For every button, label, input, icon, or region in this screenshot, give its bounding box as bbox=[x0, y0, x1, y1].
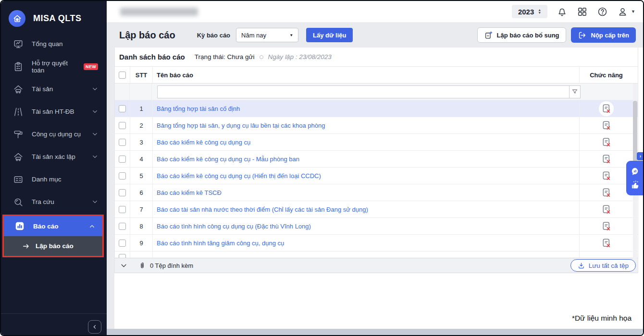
remove-report-icon[interactable] bbox=[601, 170, 612, 181]
remove-report-icon[interactable] bbox=[601, 103, 612, 114]
sidebar-collapse-button[interactable] bbox=[88, 320, 101, 334]
remove-report-icon[interactable] bbox=[601, 238, 612, 249]
row-index: 3 bbox=[130, 134, 153, 150]
report-link[interactable]: Báo cáo tình hình công cụ dụng cụ (Đặc t… bbox=[157, 223, 311, 230]
document-plus-icon bbox=[484, 31, 493, 40]
sidebar-item-label: Công cụ dụng cụ bbox=[32, 131, 92, 138]
period-select[interactable]: Năm nay ▼ bbox=[236, 28, 298, 42]
table-row[interactable]: 3 Báo cáo kiểm kê công cụ dụng cụ bbox=[115, 134, 638, 151]
year-selector[interactable]: 2023 ▲▼ bbox=[512, 5, 547, 18]
top-bar-actions: 2023 ▲▼ ▼ bbox=[512, 5, 643, 18]
table-row[interactable]: 8 Báo cáo tình hình công cụ dụng cụ (Đặc… bbox=[115, 218, 638, 235]
row-index: 4 bbox=[130, 151, 153, 167]
app-window: MISA QLTS Tổng quan Hỗ trợ quyết toán NE… bbox=[0, 0, 644, 336]
report-link[interactable]: Báo cáo kiểm kê công cụ dụng cụ - Mẫu ph… bbox=[157, 156, 299, 163]
row-checkbox[interactable] bbox=[119, 206, 126, 213]
filter-funnel-icon[interactable] bbox=[569, 85, 581, 98]
row-checkbox[interactable] bbox=[119, 156, 126, 163]
demo-data-note: *Dữ liệu minh họa bbox=[572, 314, 632, 323]
sidebar-item-label: Tài sản bbox=[32, 85, 92, 93]
table-row[interactable]: 4 Báo cáo kiểm kê công cụ dụng cụ - Mẫu … bbox=[115, 151, 638, 168]
remove-report-icon[interactable] bbox=[601, 120, 612, 131]
row-checkbox[interactable] bbox=[119, 254, 126, 258]
sidebar-item-danh-muc[interactable]: Danh mục bbox=[1, 168, 107, 191]
row-index: 7 bbox=[130, 201, 153, 217]
select-all-checkbox[interactable] bbox=[119, 72, 126, 79]
submit-upper-level-button[interactable]: Nộp cấp trên bbox=[571, 27, 636, 43]
remove-report-icon[interactable] bbox=[601, 187, 612, 198]
row-checkbox[interactable] bbox=[119, 223, 126, 230]
row-checkbox[interactable] bbox=[119, 189, 126, 196]
widget-expand-tab[interactable]: › bbox=[637, 152, 644, 160]
table-row[interactable]: 9 Báo cáo tình hình tăng giảm công cụ, d… bbox=[115, 235, 638, 252]
sidebar-item-tai-san-xac-lap[interactable]: Tài sản xác lập bbox=[1, 145, 107, 168]
table-row[interactable]: 6 Báo cáo kiểm kê TSCĐ bbox=[115, 184, 638, 201]
floating-widget-panel bbox=[626, 161, 644, 195]
sidebar-item-cong-cu-dung-cu[interactable]: Công cụ dụng cụ bbox=[1, 123, 107, 145]
sidebar-item-bao-cao[interactable]: Báo cáo bbox=[4, 216, 102, 236]
report-link[interactable]: Báo cáo kiểm kê công cụ dụng cụ (Hiển th… bbox=[157, 172, 321, 180]
remove-report-icon[interactable] bbox=[601, 204, 612, 215]
table-row[interactable]: 2 Bảng tổng hợp tài sản, y dụng cụ lâu b… bbox=[115, 117, 638, 134]
supplement-report-label: Lập báo cáo bổ sung bbox=[497, 32, 559, 39]
sidebar-item-label: Tài sản xác lập bbox=[32, 153, 92, 160]
chevron-down-icon bbox=[92, 108, 98, 115]
sidebar-item-tra-cuu[interactable]: Tra cứu bbox=[1, 191, 107, 213]
row-checkbox[interactable] bbox=[119, 122, 126, 129]
report-link[interactable]: Báo cáo tình hình tăng giảm công cụ, dụn… bbox=[157, 240, 284, 247]
column-header-name: Tên báo cáo bbox=[153, 67, 580, 83]
sidebar-item-ho-tro-quyet-toan[interactable]: Hỗ trợ quyết toán NEW bbox=[1, 55, 107, 78]
status-text: Trạng thái: Chưa gửi bbox=[195, 53, 255, 60]
report-name-filter-input[interactable] bbox=[157, 85, 569, 98]
supplement-report-button[interactable]: Lập báo cáo bổ sung bbox=[477, 27, 566, 43]
sidebar-nav: Tổng quan Hỗ trợ quyết toán NEW Tài sản … bbox=[1, 33, 107, 213]
filter-row bbox=[115, 84, 638, 100]
notification-bell-icon[interactable] bbox=[557, 6, 568, 17]
table-row[interactable]: 1 Bảng tổng hợp tài sản cố định bbox=[115, 100, 638, 117]
get-data-button[interactable]: Lấy dữ liệu bbox=[306, 28, 353, 42]
sidebar-item-label: Tra cứu bbox=[32, 198, 92, 205]
report-link[interactable]: Báo cáo tài sản nhà nước theo thời điểm … bbox=[157, 206, 368, 213]
row-index: 9 bbox=[130, 235, 153, 251]
table-row[interactable]: 5 Báo cáo kiểm kê công cụ dụng cụ (Hiển … bbox=[115, 168, 638, 184]
brand: MISA QLTS bbox=[1, 1, 107, 30]
year-spinner-icon[interactable]: ▲▼ bbox=[538, 9, 541, 14]
remove-report-icon[interactable] bbox=[601, 154, 612, 165]
dot-separator-icon bbox=[260, 55, 263, 59]
sidebar-item-tai-san[interactable]: Tài sản bbox=[1, 78, 107, 100]
sidebar-item-tai-san-ht-db[interactable]: Tài sản HT-ĐB bbox=[1, 100, 107, 123]
collapse-chevron-icon[interactable] bbox=[120, 262, 127, 269]
sidebar-item-tong-quan[interactable]: Tổng quan bbox=[1, 33, 107, 55]
remove-report-icon[interactable] bbox=[601, 137, 612, 148]
report-link[interactable]: Báo cáo kiểm kê công cụ dụng cụ bbox=[157, 139, 250, 146]
top-bar: 2023 ▲▼ ▼ bbox=[107, 1, 643, 22]
column-header-stt: STT bbox=[130, 67, 153, 83]
feedback-thumbsup-icon[interactable] bbox=[630, 180, 640, 190]
help-icon[interactable] bbox=[597, 6, 608, 17]
remove-report-icon[interactable] bbox=[601, 221, 612, 232]
row-index: 5 bbox=[130, 168, 153, 184]
attachments-count-label: 0 Tệp đính kèm bbox=[150, 262, 193, 269]
row-checkbox[interactable] bbox=[119, 172, 126, 180]
report-link[interactable]: Bảng tổng hợp tài sản cố định bbox=[157, 105, 240, 112]
year-value: 2023 bbox=[518, 8, 534, 16]
row-checkbox[interactable] bbox=[119, 139, 126, 146]
report-link[interactable]: Bảng tổng hợp tài sản, y dụng cụ lâu bền… bbox=[157, 122, 325, 129]
row-checkbox[interactable] bbox=[119, 105, 126, 112]
row-checkbox[interactable] bbox=[119, 240, 126, 247]
dashboard-icon bbox=[13, 39, 24, 49]
panel-title: Danh sách báo cáo bbox=[119, 53, 185, 61]
export-arrow-icon bbox=[578, 31, 587, 40]
chat-support-icon[interactable] bbox=[630, 167, 640, 177]
sidebar-subitem-lap-bao-cao[interactable]: Lập báo cáo bbox=[4, 236, 102, 256]
table-header-row: STT Tên báo cáo Chức năng bbox=[115, 67, 638, 84]
apps-grid-icon[interactable] bbox=[577, 6, 588, 17]
table-row[interactable]: 7 Báo cáo tài sản nhà nước theo thời điể… bbox=[115, 201, 638, 218]
misa-logo-icon bbox=[9, 10, 25, 27]
save-all-files-button[interactable]: Lưu tất cả tệp bbox=[570, 259, 636, 272]
period-label: Kỳ báo cáo bbox=[197, 32, 230, 39]
report-link[interactable]: Báo cáo kiểm kê TSCĐ bbox=[157, 189, 222, 196]
sidebar-item-label: Tài sản HT-ĐB bbox=[32, 108, 92, 115]
list-card-icon bbox=[13, 174, 24, 185]
user-menu[interactable]: ▼ bbox=[617, 6, 635, 17]
